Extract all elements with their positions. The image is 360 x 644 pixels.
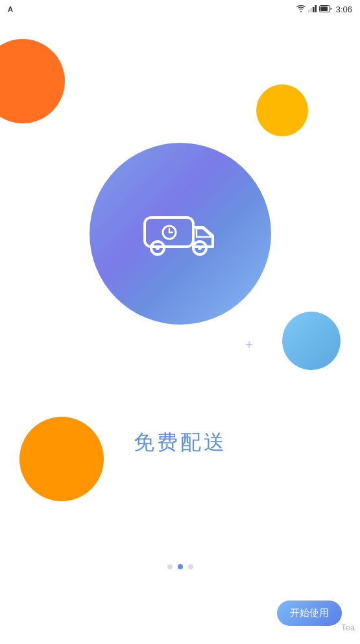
dot-1[interactable] [167,564,173,569]
wifi-icon [296,5,306,14]
plus-decoration: + [245,338,253,353]
battery-icon [319,5,332,14]
time-display: 3:06 [336,5,352,14]
blob-orange-bottom [19,417,104,501]
pagination-dots [167,564,193,569]
status-bar: A 3:06 [0,0,360,18]
svg-rect-5 [320,6,328,11]
blob-blue-right [282,312,341,370]
main-illustration-circle [90,143,271,325]
svg-rect-0 [308,10,310,12]
main-headline: 免费配送 [134,428,227,457]
blob-orange-top [0,39,65,123]
truck-icon [138,204,222,263]
tea-watermark: Tea [300,610,360,644]
svg-rect-2 [313,7,315,12]
svg-point-11 [198,246,202,250]
app-icon-label: A [8,5,13,13]
blob-yellow-top [256,84,308,136]
dot-2[interactable] [178,564,183,569]
status-icons: 3:06 [296,5,352,14]
dot-3[interactable] [188,564,193,569]
svg-point-9 [156,246,160,250]
signal-icon [308,5,317,14]
svg-rect-1 [310,8,312,12]
svg-rect-3 [315,5,317,12]
